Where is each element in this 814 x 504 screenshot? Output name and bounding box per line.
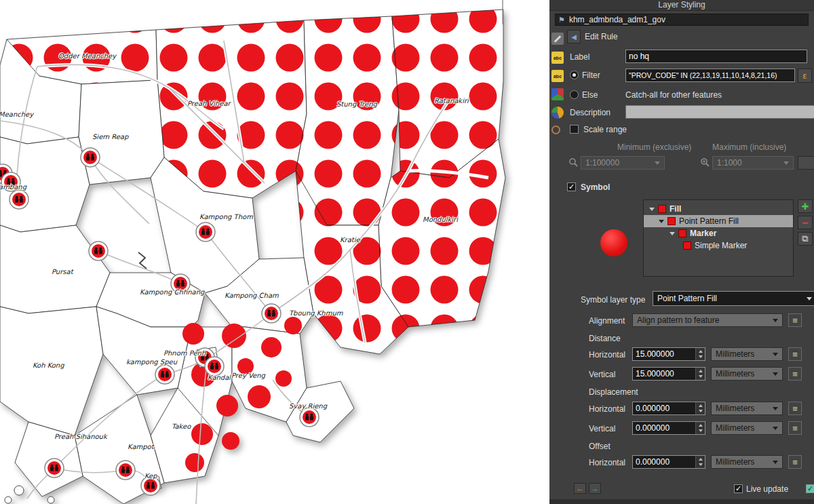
layer-selector[interactable]: ⚑ khm_admbnda_adm1_gov xyxy=(555,14,809,26)
distance-vertical-unit-dropdown[interactable]: Millimeters xyxy=(711,367,783,381)
tree-item-label: Point Pattern Fill xyxy=(679,216,739,226)
spin-arrows[interactable] xyxy=(695,368,705,380)
tree-item-fill[interactable]: Fill xyxy=(644,203,793,215)
distance-vertical-spinbox[interactable]: 15.000000 xyxy=(632,367,705,381)
spin-arrows[interactable] xyxy=(695,422,705,434)
displacement-horizontal-spinbox[interactable]: 0.000000 xyxy=(632,402,705,415)
layer-color-chip xyxy=(667,217,676,225)
distance-horizontal-spinbox[interactable]: 15.000000 xyxy=(632,347,705,361)
hospital-marker xyxy=(89,241,108,260)
data-defined-override-button[interactable]: ≡ xyxy=(788,455,802,469)
chevron-down-icon xyxy=(773,461,778,464)
layer-styling-panel: Layer Styling ⚑ khm_admbnda_adm1_gov abc… xyxy=(549,0,814,504)
apply-checkbox[interactable]: ✓ xyxy=(806,484,814,493)
map-label: Phnom Penh xyxy=(163,349,206,357)
data-defined-override-button[interactable]: ≡ xyxy=(788,421,802,435)
island xyxy=(47,497,54,503)
layer-icon: ⚑ xyxy=(558,16,565,24)
set-to-canvas-scale-button[interactable] xyxy=(798,156,814,170)
symbol-preview xyxy=(600,229,627,256)
symbol-layer-type-value: Point Pattern Fill xyxy=(657,294,717,303)
tree-item-label: Marker xyxy=(690,229,716,238)
expand-triangle-icon xyxy=(670,232,675,235)
label-input[interactable]: no hq xyxy=(625,50,807,63)
map-label: Koh Kong xyxy=(33,362,64,369)
displacement-horizontal-unit-dropdown[interactable]: Millimeters xyxy=(711,402,783,415)
data-defined-override-button[interactable]: ≡ xyxy=(788,313,802,327)
unit-value: Millimeters xyxy=(716,457,754,467)
data-defined-override-button[interactable]: ≡ xyxy=(788,367,802,381)
displacement-horizontal-label: Horizontal xyxy=(589,404,625,414)
spin-value: 0.000000 xyxy=(633,422,695,434)
province-stung-treng xyxy=(296,16,399,225)
else-field-label: Else xyxy=(582,90,598,100)
symbol-checkbox[interactable]: ✓ xyxy=(567,182,576,191)
unit-value: Millimeters xyxy=(716,369,754,379)
hospital-marker xyxy=(116,461,135,480)
spin-arrows[interactable] xyxy=(695,456,705,468)
map-canvas[interactable]: Odder Meanchey Meanchey Siem Reap Preah … xyxy=(0,0,549,504)
remove-symbol-layer-button[interactable]: ━ xyxy=(798,216,813,229)
expression-builder-button[interactable]: ε xyxy=(798,69,812,83)
brush-glyph xyxy=(554,35,562,43)
add-symbol-layer-button[interactable]: ✚ xyxy=(798,199,813,213)
cambodia-map-svg xyxy=(0,0,549,504)
live-update-checkbox[interactable]: ✓ xyxy=(734,484,743,493)
minimum-scale-value: 1:100000 xyxy=(585,158,619,168)
data-defined-override-button[interactable]: ≡ xyxy=(788,347,802,361)
panel-bottom-edge xyxy=(549,499,814,504)
scale-range-label: Scale range xyxy=(583,125,627,134)
filter-expression-input[interactable]: "PROV_CODE" IN (22,13,19,11,10,14,8,21,1… xyxy=(625,69,795,82)
expand-triangle-icon xyxy=(649,208,655,211)
map-label: Tboung Khmum xyxy=(289,309,343,317)
spin-up-icon xyxy=(699,458,703,461)
panel-title: Layer Styling xyxy=(549,0,814,11)
minimum-scale-dropdown[interactable]: 1:100000 xyxy=(581,156,665,170)
displacement-vertical-unit-dropdown[interactable]: Millimeters xyxy=(711,421,783,435)
undo-button[interactable]: ← xyxy=(574,483,586,494)
map-label: Stung Treng xyxy=(336,100,377,108)
map-label: Pursat xyxy=(52,268,73,275)
scale-range-checkbox[interactable] xyxy=(570,125,579,134)
spin-arrows[interactable] xyxy=(695,348,705,360)
tree-item-marker[interactable]: Marker xyxy=(644,227,793,239)
hospital-marker xyxy=(262,304,281,323)
data-defined-override-button[interactable]: ≡ xyxy=(788,402,802,415)
else-radio[interactable] xyxy=(570,90,579,99)
map-label: kampong Speu xyxy=(126,358,177,366)
map-label: Kampong Thom xyxy=(199,213,253,220)
map-label: Ratanakiri xyxy=(434,97,469,104)
symbol-layer-type-dropdown[interactable]: Point Pattern Fill xyxy=(653,291,814,306)
unit-value: Millimeters xyxy=(716,423,754,433)
symbology-icon[interactable] xyxy=(551,33,564,45)
map-label: Kep xyxy=(144,472,157,480)
view-3d-icon[interactable] xyxy=(551,88,564,100)
tree-item-point-pattern-fill[interactable]: Point Pattern Fill xyxy=(644,215,793,227)
maximum-scale-dropdown[interactable]: 1:1000 xyxy=(712,156,794,170)
map-label: Takeo xyxy=(172,423,191,430)
duplicate-symbol-layer-button[interactable]: ⧉ xyxy=(798,232,813,246)
distance-horizontal-unit-dropdown[interactable]: Millimeters xyxy=(711,347,783,361)
offset-horizontal-spinbox[interactable]: 0.000000 xyxy=(632,455,705,469)
mask-labels-icon[interactable]: abc xyxy=(551,70,564,82)
diagrams-icon[interactable] xyxy=(551,106,564,119)
province-koh-kong xyxy=(0,307,103,435)
expand-triangle-icon xyxy=(659,220,664,223)
spin-arrows[interactable] xyxy=(695,402,705,414)
filter-radio[interactable] xyxy=(570,71,579,79)
labels-icon[interactable]: abc xyxy=(551,52,564,64)
alignment-dropdown[interactable]: Align pattern to feature xyxy=(632,313,783,327)
spin-down-icon xyxy=(699,429,703,432)
description-input[interactable] xyxy=(625,105,814,119)
tree-item-simple-marker[interactable]: Simple Marker xyxy=(644,239,793,252)
history-icon[interactable] xyxy=(551,125,560,134)
redo-button[interactable]: → xyxy=(589,483,601,494)
tree-item-label: Simple Marker xyxy=(695,241,747,250)
island xyxy=(14,486,24,495)
displacement-vertical-spinbox[interactable]: 0.000000 xyxy=(632,421,705,435)
maximum-label: Maximum (inclusive) xyxy=(712,142,786,152)
province-polygons xyxy=(0,9,505,504)
back-button[interactable]: ◀ xyxy=(567,30,581,43)
offset-horizontal-unit-dropdown[interactable]: Millimeters xyxy=(711,455,783,469)
chevron-down-icon xyxy=(783,161,789,165)
